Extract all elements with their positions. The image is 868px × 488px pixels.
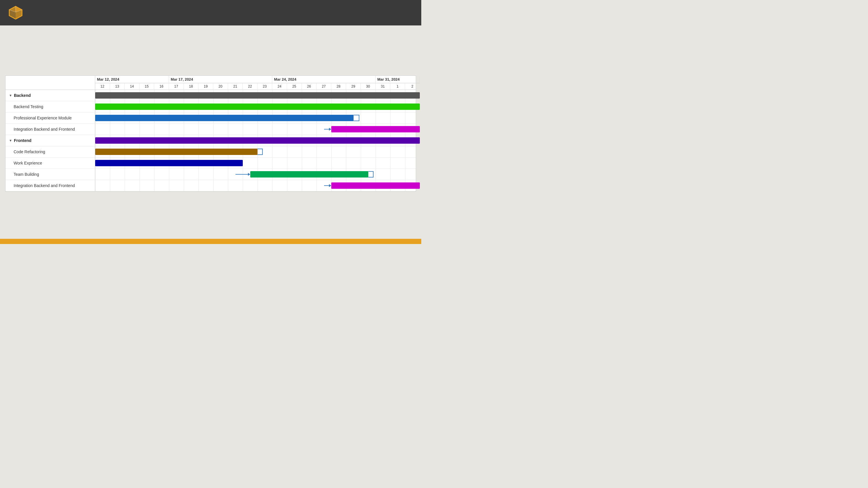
grid-line — [243, 158, 243, 168]
gantt-row-work-experience: Work Exprience — [5, 158, 416, 169]
day-cell-27: 27 — [316, 83, 331, 90]
day-cell-25: 25 — [287, 83, 302, 90]
grid-line — [125, 124, 125, 135]
grid-line — [243, 124, 243, 135]
week-label-3: Mar 31, 2024 — [376, 76, 420, 83]
day-row: 1213141516171819202122232425262728293031… — [95, 83, 420, 90]
arrow-head — [248, 173, 250, 176]
grid-line — [154, 124, 155, 135]
gantt-row-frontend-group: ▼Frontend — [5, 135, 416, 146]
dependency-arrow — [324, 184, 332, 187]
cube-logo-icon — [8, 5, 23, 20]
grid-line — [213, 124, 214, 135]
grid-line — [390, 112, 391, 124]
row-label: Integration Backend and Frontend — [13, 127, 75, 132]
week-label-1: Mar 17, 2024 — [169, 76, 272, 83]
header — [0, 0, 421, 26]
expand-arrow-icon[interactable]: ▼ — [9, 139, 12, 142]
row-name-team-building: Team Building — [5, 169, 95, 180]
dependency-bracket — [353, 115, 359, 121]
grid-line — [140, 180, 140, 191]
row-label: Work Exprience — [13, 161, 42, 165]
row-label: Integration Backend and Frontend — [13, 183, 75, 188]
gantt-row-code-refactoring: Code Refactoring⋮ — [5, 146, 416, 158]
bracket-right — [368, 171, 374, 177]
row-name-frontend-group: ▼Frontend — [5, 135, 95, 146]
row-label: Professional Experience Module — [13, 116, 72, 120]
grid-line — [198, 169, 199, 180]
grid-line — [125, 169, 125, 180]
day-cell-14: 14 — [125, 83, 140, 90]
dependency-arrow — [236, 173, 250, 176]
day-cell-1: 1 — [390, 83, 405, 90]
bar-area-team-building — [95, 169, 416, 180]
grid-line — [257, 124, 258, 135]
grid-line — [257, 158, 258, 168]
task-bar-integration-be[interactable] — [331, 126, 420, 132]
bar-area-work-experience — [95, 158, 416, 168]
grid-line — [390, 158, 391, 168]
day-cell-19: 19 — [198, 83, 213, 90]
grid-line — [257, 180, 258, 191]
grid-line — [198, 180, 199, 191]
gantt-header: Mar 12, 2024Mar 17, 2024Mar 24, 2024Mar … — [5, 76, 416, 90]
bar-area-professional-exp — [95, 112, 416, 124]
row-name-code-refactoring: Code Refactoring — [5, 146, 95, 157]
row-name-backend-testing: Backend Testing — [5, 101, 95, 112]
gantt-row-team-building: Team Building — [5, 169, 416, 180]
task-bar-work-experience[interactable] — [95, 160, 243, 166]
gantt-row-integration-fe: Integration Backend and Frontend — [5, 180, 416, 191]
row-name-integration-be: Integration Backend and Frontend — [5, 124, 95, 135]
content-area: Mar 12, 2024Mar 17, 2024Mar 24, 2024Mar … — [0, 26, 421, 239]
day-cell-12: 12 — [95, 83, 110, 90]
grid-line — [140, 124, 140, 135]
bar-area-backend-testing — [95, 101, 416, 112]
grid-line — [287, 158, 287, 168]
name-column-header — [5, 76, 95, 90]
header-left — [8, 5, 28, 20]
task-bar-frontend-group[interactable] — [95, 137, 420, 144]
grid-line — [272, 158, 273, 168]
grid-line — [287, 124, 287, 135]
task-bar-integration-fe[interactable] — [331, 183, 420, 189]
grid-line — [361, 158, 361, 168]
grid-line — [125, 180, 125, 191]
gantt-rows: ▼BackendBackend TestingProfessional Expe… — [5, 90, 416, 191]
row-label: Code Refactoring — [13, 150, 45, 154]
grid-line — [316, 124, 317, 135]
grid-line — [272, 124, 273, 135]
task-bar-professional-exp[interactable] — [95, 115, 353, 121]
day-cell-18: 18 — [184, 83, 198, 90]
grid-line — [154, 169, 155, 180]
grid-line — [331, 158, 332, 168]
bar-area-integration-fe — [95, 180, 416, 191]
grid-line — [243, 180, 243, 191]
grid-line — [169, 124, 169, 135]
task-bar-backend-group[interactable] — [95, 92, 420, 99]
arrow-line — [324, 185, 329, 186]
day-cell-28: 28 — [331, 83, 346, 90]
gantt-row-backend-testing: Backend Testing — [5, 101, 416, 112]
day-cell-29: 29 — [346, 83, 361, 90]
grid-line — [405, 112, 405, 124]
expand-arrow-icon[interactable]: ▼ — [9, 94, 12, 97]
bar-area-integration-be — [95, 124, 416, 135]
arrow-head — [329, 128, 331, 131]
grid-line — [184, 169, 184, 180]
grid-line — [169, 169, 169, 180]
grid-line — [405, 158, 405, 168]
week-label-2: Mar 24, 2024 — [272, 76, 376, 83]
task-bar-backend-testing[interactable] — [95, 103, 420, 110]
gantt-row-professional-exp: Professional Experience Module — [5, 112, 416, 124]
task-bar-team-building[interactable] — [250, 171, 368, 177]
row-options-icon[interactable]: ⋮ — [93, 148, 418, 155]
day-cell-31: 31 — [376, 83, 390, 90]
grid-line — [184, 124, 184, 135]
grid-line — [316, 158, 317, 168]
day-cell-16: 16 — [154, 83, 169, 90]
grid-line — [213, 169, 214, 180]
day-cell-20: 20 — [213, 83, 228, 90]
arrow-line — [324, 129, 329, 130]
row-name-integration-fe: Integration Backend and Frontend — [5, 180, 95, 191]
grid-line — [405, 169, 405, 180]
